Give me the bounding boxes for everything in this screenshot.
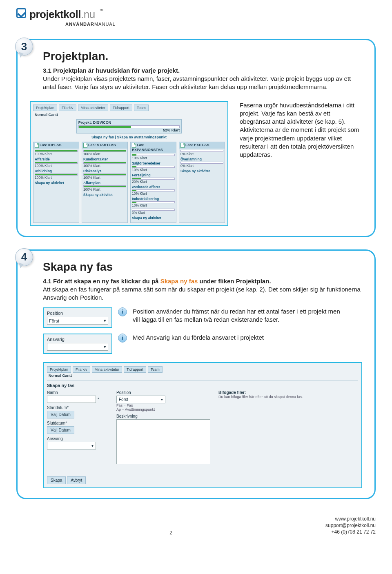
tab-mina-aktiviteter[interactable]: Mina aktiviteter (78, 105, 109, 111)
select-ansvarig[interactable]: ▾ (47, 442, 96, 449)
form-heading: Skapa ny fas (47, 383, 358, 388)
brand-header: projektkoll.nu ™ (16, 8, 376, 21)
lbl-start: Startdatum* (47, 405, 108, 410)
app-tabs: Projektplan Filarkiv Mina aktiviteter Ti… (33, 105, 225, 111)
field-ansvarig-select[interactable]: ▾ (47, 343, 108, 351)
tab-team[interactable]: Team (148, 366, 163, 373)
section-4-body: Att skapa en fas fungerar på samma sätt … (43, 285, 361, 302)
section-3-body: Under Projektplan visas projektets namn,… (43, 75, 361, 91)
section-badge-3: 3 (15, 38, 34, 56)
link-skapa-aktivitet[interactable]: Skapa ny aktivitet (35, 181, 78, 185)
input-namn[interactable] (47, 396, 96, 403)
phase-startfas: Fas: STARTFAS 100% Klart Kundkontakter10… (82, 142, 128, 223)
info-ansvarig-text: Med Ansvarig kan du fördela ansvaret i p… (133, 334, 264, 342)
chevron-down-icon: ▾ (91, 443, 94, 448)
tab-tidrapport[interactable]: Tidrapport (110, 105, 132, 111)
doc-icon (83, 143, 87, 148)
info-position-text: Position använder du främst när du redan… (133, 307, 345, 324)
bif-body: Du kan bifoga filer här efter att du ska… (218, 395, 358, 399)
doc-icon (180, 143, 185, 148)
btn-pick-slut[interactable]: Välj Datum (47, 426, 74, 434)
page-footer: 2 www.projektkoll.nu support@projektkoll… (16, 516, 376, 536)
info-icon: i (118, 334, 127, 343)
section-3-title: Projektplan. (43, 50, 362, 63)
doc-icon (132, 143, 136, 148)
section-4: 4 Skapa ny fas 4.1 För att skapa en ny f… (16, 249, 376, 500)
tab-filarkiv[interactable]: Filarkiv (59, 105, 76, 111)
phase-expansionsfas: Fas: EXPANSIONSFAS 10% Klart Säljförbere… (130, 142, 176, 223)
project-overview: Projekt: DIGVICON 52% Klart (76, 119, 182, 133)
footer-phone: +46 (0)708 21 72 72 (332, 529, 376, 535)
app2-subtabs[interactable]: Normal Gantt (49, 374, 358, 378)
chevron-down-icon: ▾ (104, 344, 106, 349)
field-position: Position Först▾ (43, 307, 112, 328)
logo-text: projektkoll.nu (29, 8, 98, 20)
link-skapa-aktivitet[interactable]: Skapa ny aktivitet (83, 193, 126, 197)
doc-icon (35, 143, 39, 148)
lbl-slut: Slutdatum* (47, 421, 108, 425)
create-links[interactable]: Skapa ny fas | Skapa ny avstämningspunkt (33, 135, 225, 139)
lbl-namn: Namn (47, 390, 108, 395)
section-3: 3 Projektplan. 3.1 Projektplan är huvuds… (16, 39, 376, 237)
field-ansvarig-label: Ansvarig (47, 337, 108, 342)
logo-check-icon (16, 8, 26, 18)
trademark: ™ (99, 8, 103, 13)
field-position-select[interactable]: Först▾ (47, 317, 108, 325)
select-position[interactable]: Först▾ (116, 396, 165, 403)
section-4-title: Skapa ny fas (43, 260, 362, 274)
phase-idefas: Fas: IDÉFAS 100% Klart Affärsidé100% Kla… (33, 142, 79, 223)
field-position-label: Position (47, 311, 108, 316)
textarea-beskriv[interactable] (116, 419, 210, 464)
footer-site: www.projektkoll.nu (335, 516, 376, 522)
lbl-position: Position (116, 390, 210, 395)
project-progress-label: 52% Klart (78, 128, 180, 132)
project-progress-bar (78, 125, 180, 128)
app-skapa-ny-fas: Projektplan Filarkiv Mina aktiviteter Ti… (43, 362, 362, 488)
section-badge-4: 4 (15, 248, 34, 267)
page-number: 2 (169, 530, 172, 536)
app-subtabs[interactable]: Normal Gantt (35, 113, 225, 117)
tab-mina-aktiviteter[interactable]: Mina aktiviteter (92, 366, 122, 373)
chevron-down-icon: ▾ (161, 397, 163, 402)
app-projektplan-screenshot: Projektplan Filarkiv Mina aktiviteter Ti… (30, 101, 228, 226)
hint-position: Fas = Fas Ap = Avstämningspunkt (116, 403, 210, 412)
chevron-down-icon: ▾ (104, 318, 106, 323)
info-icon: i (118, 307, 127, 316)
tab-team[interactable]: Team (134, 105, 149, 111)
link-skapa-aktivitet[interactable]: Skapa ny aktivitet (132, 216, 175, 220)
lbl-ansvarig: Ansvarig (47, 436, 108, 441)
section-4-sub: 4.1 För att skapa en ny fas klickar du p… (43, 278, 362, 285)
tab-tidrapport[interactable]: Tidrapport (124, 366, 146, 373)
phase-exitfas: Fas: EXITFAS 0% Klart Överlämning0% Klar… (179, 142, 225, 223)
lbl-beskriv: Beskrivning (116, 414, 210, 418)
btn-skapa[interactable]: Skapa (47, 476, 66, 484)
bif-head: Bifogade filer: (218, 390, 358, 395)
section-3-sub: 3.1 Projektplan är huvudsidan för varje … (43, 67, 362, 74)
brand-subtitle: ANVÄNDARMANUAL (65, 22, 376, 27)
tab-filarkiv[interactable]: Filarkiv (73, 366, 90, 373)
field-ansvarig: Ansvarig ▾ (43, 334, 112, 354)
btn-pick-start[interactable]: Välj Datum (47, 411, 74, 418)
footer-mail: support@projektkoll.nu (325, 523, 376, 528)
tab-projektplan[interactable]: Projektplan (47, 366, 71, 373)
section-3-aside: Faserna utgör huvudbeståndsdelarna i dit… (240, 101, 362, 159)
required-star: * (98, 397, 99, 402)
btn-avbryt[interactable]: Avbryt (67, 476, 86, 484)
tab-projektplan[interactable]: Projektplan (33, 105, 57, 111)
project-title: Projekt: DIGVICON (78, 120, 180, 125)
link-skapa-aktivitet[interactable]: Skapa ny aktivitet (180, 169, 223, 173)
